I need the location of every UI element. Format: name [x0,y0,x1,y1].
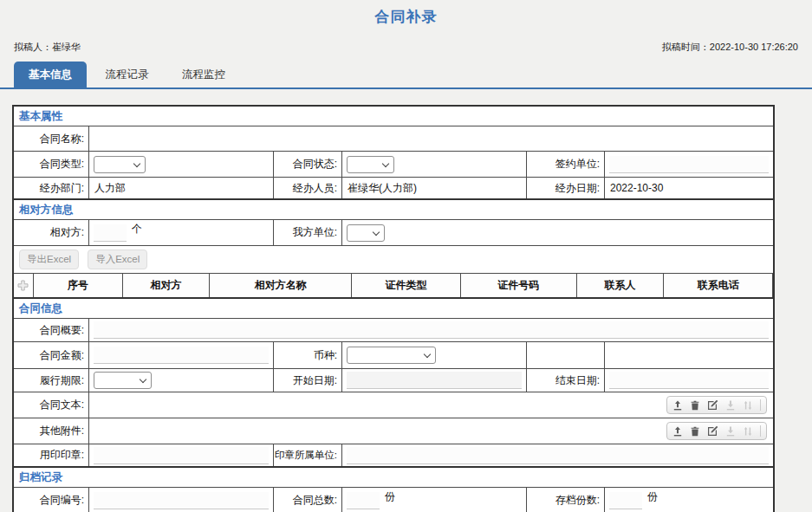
term-cell [88,369,273,392]
tab-process-record[interactable]: 流程记录 [90,62,163,87]
counterparty-count-cell: 个 [88,220,273,245]
handling-date-value: 2022-10-30 [604,178,773,198]
contract-name-cell [88,126,773,151]
draft-time-label: 拟稿时间： [662,42,710,52]
handling-dept-value: 人力部 [88,178,273,198]
section-header-counterparty: 相对方信息 [14,198,773,219]
term-label: 履行期限: [14,369,88,392]
form-row: 履行期限: 开始日期: 结束日期: [14,368,773,392]
seal-cell [88,444,273,466]
section-title-basic: 基本属性 [14,107,68,126]
archive-copies-label: 存档份数: [526,488,604,512]
upload-icon[interactable] [672,426,683,437]
seal-input[interactable] [94,447,269,464]
empty-cell [604,342,773,368]
summary-input[interactable] [94,321,769,339]
column-header-contact: 联系人 [576,274,664,297]
contract-number-input[interactable] [94,492,269,509]
contract-status-select[interactable] [347,156,394,173]
contract-type-cell [88,152,273,177]
draft-time-info: 拟稿时间：2022-10-30 17:26:20 [662,41,798,54]
edit-icon[interactable] [707,425,718,437]
seal-unit-input[interactable] [347,447,769,464]
trash-icon[interactable] [690,426,700,437]
column-header-id-type: 证件类型 [351,274,460,297]
column-header-party-name: 相对方名称 [209,274,351,297]
contract-total-input[interactable] [347,492,380,509]
contract-total-cell: 份 [341,488,526,512]
tab-basic-info[interactable]: 基本信息 [14,62,87,87]
handling-date-label: 经办日期: [526,178,604,198]
end-date-label: 结束日期: [526,369,604,392]
contract-text-cell [88,392,773,418]
column-header-id-number: 证件号码 [460,274,576,297]
amount-cell [88,342,273,368]
attachments-toolbar [666,422,767,440]
our-unit-label: 我方单位: [273,220,341,245]
attachments-label: 其他附件: [14,418,88,444]
contract-type-select[interactable] [94,156,146,173]
toolbar-separator [760,399,761,411]
meta-row: 拟稿人：崔绿华 拟稿时间：2022-10-30 17:26:20 [14,41,798,54]
contract-form: 基本属性 合同名称: 合同类型: 合同状态: 签约单位: 经办部门: 人力部 经… [12,105,775,512]
end-date-cell [604,369,773,392]
column-header-spacer [772,274,773,297]
summary-label: 合同概要: [14,319,88,341]
section-title-archive: 归档记录 [14,468,68,487]
download-icon[interactable] [725,400,736,411]
contract-name-input[interactable] [94,131,769,147]
start-date-cell [341,369,526,392]
tab-process-monitor[interactable]: 流程监控 [167,62,240,87]
term-select[interactable] [94,372,152,389]
archive-copies-input[interactable] [609,492,642,509]
amount-input[interactable] [94,347,269,364]
signing-unit-input[interactable] [609,156,769,173]
signing-unit-label: 签约单位: [526,152,604,177]
our-unit-cell [341,220,773,245]
our-unit-select[interactable] [347,224,385,242]
counterparty-count-unit: 个 [132,222,142,237]
archive-copies-cell: 份 [604,488,773,512]
download-icon[interactable] [725,426,736,437]
tab-bar: 基本信息 流程记录 流程监控 [0,62,812,89]
empty-cell [526,342,604,368]
currency-cell [341,342,526,368]
import-excel-button[interactable]: 导入Excel [88,250,147,269]
form-row: 合同类型: 合同状态: 签约单位: [14,151,773,177]
section-title-counterparty: 相对方信息 [14,200,79,219]
contract-status-cell [341,152,526,177]
form-row: 相对方: 个 我方单位: [14,219,773,245]
counterparty-count-input[interactable] [94,224,127,242]
form-row: 合同概要: [14,318,773,341]
contract-text-toolbar [666,396,767,414]
upload-icon[interactable] [672,400,683,411]
add-row-button[interactable] [14,274,33,297]
trash-icon[interactable] [690,400,700,411]
currency-label: 币种: [273,342,341,368]
seal-unit-cell [341,444,773,466]
counterparty-label: 相对方: [14,220,88,245]
sort-icon[interactable] [743,426,753,437]
page-title: 合同补录 [0,0,812,27]
counterparty-table-header: 序号 相对方 相对方名称 证件类型 证件号码 联系人 联系电话 [14,273,773,297]
section-header-contract: 合同信息 [14,297,773,318]
drafter-name: 崔绿华 [52,42,81,52]
contract-type-label: 合同类型: [14,152,88,177]
section-header-archive: 归档记录 [14,466,773,487]
section-title-contract: 合同信息 [14,299,68,318]
sort-icon[interactable] [743,400,753,411]
seal-unit-label: 印章所属单位: [273,444,341,466]
contract-name-label: 合同名称: [14,126,88,151]
edit-icon[interactable] [707,399,718,411]
contract-number-cell [88,488,273,512]
start-date-input[interactable] [347,372,522,389]
column-header-phone: 联系电话 [663,274,772,297]
export-excel-button[interactable]: 导出Excel [19,250,79,269]
currency-select[interactable] [347,347,436,364]
form-row: 经办部门: 人力部 经办人员: 崔绿华(人力部) 经办日期: 2022-10-3… [14,177,773,198]
signing-unit-cell [604,152,773,177]
draft-time-value: 2022-10-30 17:26:20 [710,42,798,52]
end-date-input[interactable] [609,372,769,389]
archive-copies-unit: 份 [647,489,658,504]
drafter-label: 拟稿人： [14,42,52,52]
